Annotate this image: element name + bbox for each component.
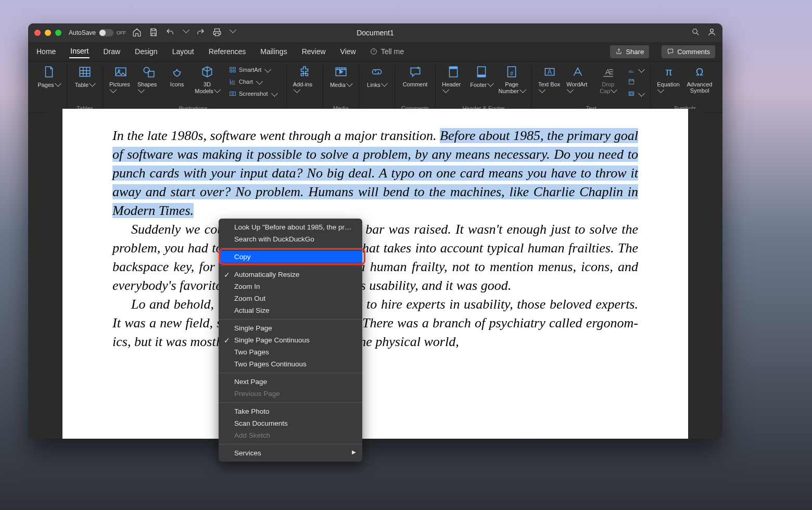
zoom-window-button[interactable] xyxy=(55,30,61,36)
ctx-separator xyxy=(219,373,362,373)
ctx-single-page-continuous[interactable]: Single Page Continuous xyxy=(219,334,362,346)
ctx-actual-size[interactable]: Actual Size xyxy=(219,304,362,316)
p1-plain: In the late 1980s, software went through… xyxy=(112,128,440,143)
equation-label: Equation xyxy=(657,81,681,94)
ctx-two-pages[interactable]: Two Pages xyxy=(219,346,362,358)
footer-button[interactable]: Footer xyxy=(470,65,493,88)
header-button[interactable]: Header xyxy=(442,65,465,94)
table-button[interactable]: Table xyxy=(73,65,96,88)
equation-button[interactable]: π Equation xyxy=(657,65,681,94)
tab-layout[interactable]: Layout xyxy=(171,45,195,58)
signature-line-button[interactable] xyxy=(628,65,644,75)
comments-label: Comments xyxy=(677,48,710,56)
close-window-button[interactable] xyxy=(34,30,41,36)
tab-mailings[interactable]: Mailings xyxy=(259,45,288,58)
wordart-button[interactable]: WordArt xyxy=(566,65,589,94)
drop-cap-button[interactable]: A Drop Cap xyxy=(594,65,621,94)
svg-rect-16 xyxy=(450,67,458,69)
autosave-switch[interactable] xyxy=(99,29,113,36)
links-button[interactable]: Links xyxy=(365,65,388,88)
svg-rect-9 xyxy=(233,67,235,69)
shapes-button[interactable]: Shapes xyxy=(137,65,160,94)
advanced-symbol-button[interactable]: Ω Advanced Symbol xyxy=(686,65,713,94)
comment-label: Comment xyxy=(403,81,428,87)
redo-icon[interactable] xyxy=(196,28,205,39)
chart-button[interactable]: Chart xyxy=(229,76,277,87)
ctx-copy[interactable]: Copy xyxy=(219,251,362,263)
tell-me-label: Tell me xyxy=(381,47,404,56)
shapes-label: Shapes xyxy=(137,81,160,94)
smartart-button[interactable]: SmartArt xyxy=(229,65,277,75)
ribbon: Pages Table Tables Pictures xyxy=(28,61,722,113)
text-mini xyxy=(628,65,644,99)
tab-review[interactable]: Review xyxy=(301,45,327,58)
ctx-separator xyxy=(219,319,362,320)
ctx-search-web[interactable]: Search with DuckDuckGo xyxy=(219,233,362,245)
save-icon[interactable] xyxy=(149,28,158,39)
tab-references[interactable]: References xyxy=(208,45,247,58)
autosave-toggle[interactable]: AutoSave OFF xyxy=(69,29,126,36)
drop-cap-label: Drop Cap xyxy=(600,81,616,94)
document-page[interactable]: In the late 1980s, software went through… xyxy=(62,109,688,439)
tab-home[interactable]: Home xyxy=(35,45,57,58)
tab-design[interactable]: Design xyxy=(134,45,159,58)
ctx-two-pages-continuous[interactable]: Two Pages Continuous xyxy=(219,358,362,370)
group-addins: Add-ins xyxy=(287,65,323,111)
paragraph-3[interactable]: Lo and behold, the software industry tri… xyxy=(112,295,638,351)
word-window: AutoSave OFF Document1 Home Insert Draw … xyxy=(28,23,722,439)
ctx-scan-documents[interactable]: Scan Documents xyxy=(219,417,362,429)
paragraph-1[interactable]: In the late 1980s, software went through… xyxy=(112,126,638,220)
media-button[interactable]: Media xyxy=(329,65,352,88)
tab-view[interactable]: View xyxy=(339,45,357,58)
icons-button[interactable]: Icons xyxy=(166,65,188,87)
screenshot-button[interactable]: Screenshot xyxy=(229,88,277,99)
ctx-services[interactable]: Services xyxy=(219,447,362,459)
svg-point-1 xyxy=(710,29,714,32)
ctx-single-page[interactable]: Single Page xyxy=(219,322,362,334)
icons-label: Icons xyxy=(170,81,184,87)
svg-rect-8 xyxy=(230,67,232,69)
undo-icon[interactable] xyxy=(166,28,175,39)
text-box-label: Text Box xyxy=(538,81,561,94)
ctx-separator xyxy=(219,265,362,266)
tell-me-search[interactable]: Tell me xyxy=(370,47,404,56)
comments-button[interactable]: Comments xyxy=(662,45,715,58)
titlebar: AutoSave OFF Document1 xyxy=(28,23,722,42)
account-icon[interactable] xyxy=(707,28,716,38)
minimize-window-button[interactable] xyxy=(45,30,51,36)
3d-models-label: 3D Models xyxy=(195,81,219,94)
ctx-zoom-out[interactable]: Zoom Out xyxy=(219,292,362,304)
ctx-previous-page: Previous Page xyxy=(219,388,362,400)
ctx-take-photo[interactable]: Take Photo xyxy=(219,405,362,417)
svg-rect-18 xyxy=(478,74,486,76)
pages-label: Pages xyxy=(37,81,60,88)
page-number-button[interactable]: # Page Number xyxy=(498,65,525,94)
comment-button[interactable]: Comment xyxy=(403,65,428,87)
ctx-lookup[interactable]: Look Up "Before about 1985, the primary…… xyxy=(219,221,362,233)
ctx-auto-resize[interactable]: Automatically Resize xyxy=(219,269,362,280)
svg-text:A: A xyxy=(548,68,552,75)
group-comments: Comment Comments xyxy=(395,65,436,111)
3d-models-button[interactable]: 3D Models xyxy=(194,65,221,94)
undo-dropdown-icon[interactable] xyxy=(183,27,189,33)
date-time-button[interactable] xyxy=(628,76,644,87)
pictures-button[interactable]: Pictures xyxy=(109,65,132,94)
qat-more-icon[interactable] xyxy=(230,27,236,33)
text-box-button[interactable]: A Text Box xyxy=(538,65,561,94)
print-icon[interactable] xyxy=(212,28,222,39)
ribbon-tabs: Home Insert Draw Design Layout Reference… xyxy=(28,42,722,61)
tab-insert[interactable]: Insert xyxy=(69,45,90,58)
home-icon[interactable] xyxy=(132,28,142,39)
addins-button[interactable]: Add-ins xyxy=(293,65,316,94)
share-button[interactable]: Share xyxy=(610,45,649,58)
ctx-next-page[interactable]: Next Page xyxy=(219,376,362,388)
autosave-label: AutoSave xyxy=(69,29,96,36)
search-icon[interactable] xyxy=(691,28,700,38)
document-canvas[interactable]: In the late 1980s, software went through… xyxy=(47,109,704,439)
ctx-zoom-in[interactable]: Zoom In xyxy=(219,280,362,292)
paragraph-2[interactable]: Suddenly we could solve problems, so the… xyxy=(112,220,638,295)
pages-button[interactable]: Pages xyxy=(37,65,60,88)
tab-draw[interactable]: Draw xyxy=(102,45,121,58)
page-number-label: Page Number xyxy=(499,81,525,94)
object-button[interactable] xyxy=(628,88,644,99)
